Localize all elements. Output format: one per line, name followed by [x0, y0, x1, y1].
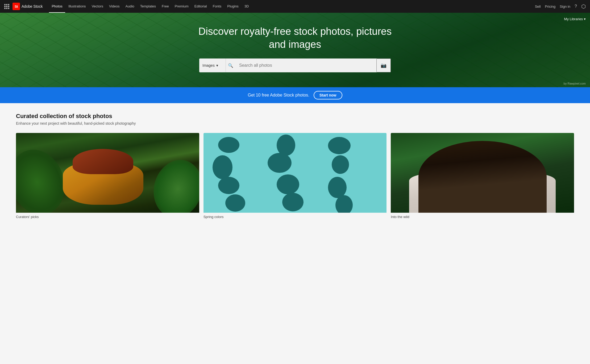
blob-1 [218, 137, 239, 153]
blob-4 [213, 155, 232, 179]
start-now-button[interactable]: Start now [314, 91, 342, 99]
nav-link-templates[interactable]: Templates [138, 0, 159, 13]
photo-card-3[interactable]: Into the wild [391, 133, 574, 219]
brand-name: Adobe Stock [22, 4, 43, 9]
nav-sell-link[interactable]: Sell [535, 5, 541, 9]
camera-icon: 📷 [381, 62, 387, 68]
nav-logo[interactable]: St Adobe Stock [13, 3, 43, 10]
search-type-label: Images [202, 63, 215, 68]
promo-text: Get 10 free Adobe Stock photos. [248, 93, 309, 98]
nav-link-photos[interactable]: Photos [49, 0, 65, 13]
blob-7 [218, 177, 239, 194]
navbar: St Adobe Stock Photos Illustrations Vect… [0, 0, 590, 13]
my-libraries-btn[interactable]: My Libraries ▾ [564, 17, 586, 21]
logo-text: St [15, 5, 18, 9]
chevron-down-icon: ▾ [216, 63, 218, 68]
blob-8 [277, 174, 299, 194]
help-icon[interactable]: ? [575, 4, 577, 9]
photo-image-3 [391, 133, 574, 213]
promo-banner: Get 10 free Adobe Stock photos. Start no… [0, 87, 590, 103]
nav-link-audio[interactable]: Audio [123, 0, 137, 13]
blob-9 [328, 177, 347, 198]
adobe-icon[interactable]: ⬡ [581, 3, 586, 10]
person-bg [418, 141, 547, 213]
nav-left: St Adobe Stock Photos Illustrations Vect… [4, 0, 252, 13]
main-content: Curated collection of stock photos Enhan… [0, 103, 590, 229]
photo-card-2[interactable]: Spring colors [203, 133, 387, 219]
nav-link-fonts[interactable]: Fonts [210, 0, 224, 13]
logo-box: St [13, 3, 20, 10]
nav-link-vectors[interactable]: Vectors [89, 0, 106, 13]
nav-signin-link[interactable]: Sign in [560, 5, 570, 9]
photo-label-3: Into the wild [391, 213, 574, 219]
nav-link-plugins[interactable]: Plugins [225, 0, 241, 13]
photo-label-2: Spring colors [203, 213, 387, 219]
nav-link-videos[interactable]: Videos [106, 0, 122, 13]
nav-pricing-link[interactable]: Pricing [545, 5, 556, 9]
nav-link-3d[interactable]: 3D [242, 0, 252, 13]
blob-5 [268, 153, 292, 173]
blob-3 [328, 137, 351, 154]
nav-link-premium[interactable]: Premium [172, 0, 191, 13]
grid-menu-icon[interactable] [4, 4, 9, 9]
blob-12 [335, 195, 353, 213]
photo-image-1 [16, 133, 199, 213]
search-bar: Images ▾ 🔍 📷 [199, 58, 391, 72]
nav-link-illustrations[interactable]: Illustrations [66, 0, 89, 13]
section-subtitle: Enhance your next project with beautiful… [16, 121, 574, 125]
nav-link-editorial[interactable]: Editorial [192, 0, 210, 13]
search-icon: 🔍 [226, 63, 235, 68]
blob-11 [282, 193, 304, 211]
search-input[interactable] [235, 58, 376, 72]
fern-decoration-2 [147, 154, 199, 213]
photo-grid: Curators' picks Spring colors [16, 133, 574, 219]
hair-shape [73, 149, 133, 174]
nav-links: Photos Illustrations Vectors Videos Audi… [49, 0, 251, 13]
hero-section: My Libraries ▾ Discover royalty-free sto… [0, 13, 590, 87]
blob-10 [225, 194, 245, 212]
photo-label-1: Curators' picks [16, 213, 199, 219]
nav-right: Sell Pricing Sign in ? ⬡ [535, 3, 586, 10]
nav-link-free[interactable]: Free [159, 0, 172, 13]
section-title: Curated collection of stock photos [16, 113, 574, 120]
photo-image-2 [203, 133, 387, 213]
search-type-dropdown[interactable]: Images ▾ [199, 58, 226, 72]
blob-6 [332, 155, 349, 174]
camera-search-button[interactable]: 📷 [376, 58, 391, 72]
photo-card-1[interactable]: Curators' picks [16, 133, 199, 219]
watermark: by Rawpixel.com [564, 82, 586, 85]
woman-figure [53, 149, 153, 205]
hero-title: Discover royalty-free stock photos, pict… [189, 25, 401, 51]
blob-2 [277, 135, 295, 156]
